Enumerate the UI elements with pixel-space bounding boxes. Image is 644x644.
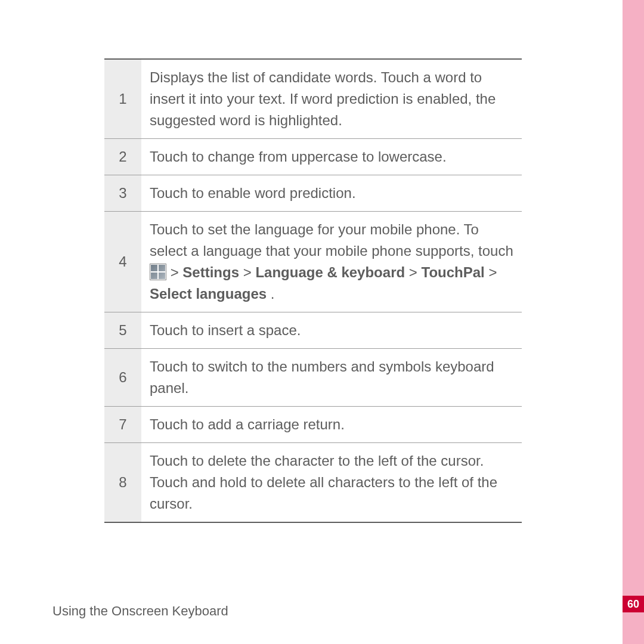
row-number: 1: [104, 59, 141, 139]
page-number-badge: 60: [623, 596, 644, 612]
table-row: 1 Displays the list of candidate words. …: [104, 59, 522, 139]
reference-table-wrapper: 1 Displays the list of candidate words. …: [104, 58, 522, 523]
row-desc: Touch to switch to the numbers and symbo…: [141, 349, 522, 407]
row4-pre: Touch to set the language for your mobil…: [150, 221, 513, 259]
table-row: 4 Touch to set the language for your mob…: [104, 212, 522, 312]
row4-post: .: [271, 286, 275, 302]
row4-bold3: TouchPal: [422, 264, 485, 280]
table-row: 6 Touch to switch to the numbers and sym…: [104, 349, 522, 407]
row-number: 5: [104, 312, 141, 349]
footer-caption: Using the Onscreen Keyboard: [52, 603, 228, 619]
row-desc: Displays the list of candidate words. To…: [141, 59, 522, 139]
launcher-icon: [150, 264, 166, 280]
row4-bold2: Language & keyboard: [255, 264, 405, 280]
table-row: 5 Touch to insert a space.: [104, 312, 522, 349]
row-desc: Touch to enable word prediction.: [141, 175, 522, 212]
row-number: 6: [104, 349, 141, 407]
table-row: 8 Touch to delete the character to the l…: [104, 443, 522, 523]
table-row: 7 Touch to add a carriage return.: [104, 407, 522, 443]
row-number: 4: [104, 212, 141, 312]
row-desc: Touch to change from uppercase to lowerc…: [141, 139, 522, 175]
row4-sep3: >: [488, 264, 497, 280]
row4-sep2: >: [409, 264, 422, 280]
row4-sep1: >: [243, 264, 256, 280]
row-number: 8: [104, 443, 141, 523]
row-desc: Touch to set the language for your mobil…: [141, 212, 522, 312]
side-strip: [623, 0, 644, 644]
row-number: 3: [104, 175, 141, 212]
row4-bold1: Settings: [182, 264, 239, 280]
row-number: 7: [104, 407, 141, 443]
row-desc: Touch to insert a space.: [141, 312, 522, 349]
table-row: 2 Touch to change from uppercase to lowe…: [104, 139, 522, 175]
row4-bold4: Select languages: [150, 286, 267, 302]
row4-mid: >: [171, 264, 183, 280]
row-desc: Touch to delete the character to the lef…: [141, 443, 522, 523]
table-row: 3 Touch to enable word prediction.: [104, 175, 522, 212]
row-number: 2: [104, 139, 141, 175]
row-desc: Touch to add a carriage return.: [141, 407, 522, 443]
reference-table: 1 Displays the list of candidate words. …: [104, 58, 522, 523]
